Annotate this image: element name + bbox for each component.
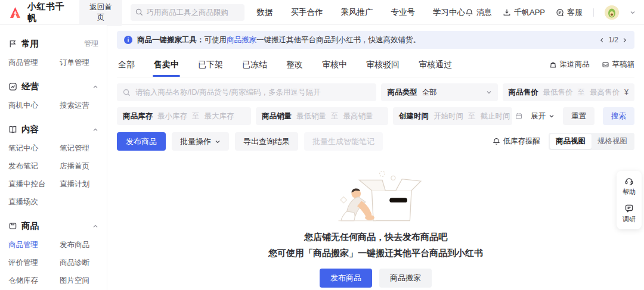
drafts-button[interactable]: 草稿箱 — [602, 60, 635, 70]
low-stock-alert-button[interactable]: 低库存提醒 — [493, 136, 541, 146]
tab-frozen[interactable]: 已冻结 — [241, 57, 268, 77]
nav-data[interactable]: 数据 — [256, 7, 273, 18]
sidebar-item[interactable]: 搜索运营 — [60, 101, 98, 111]
sidebar-section-products: 商品 商品管理 发布商品 评价管理 商品诊断 仓储库存 图片空间 商品工具 — [0, 220, 107, 290]
price-label: 商品售价 — [509, 88, 538, 98]
sales-range-filter[interactable]: 商品销量 最低销量 至 最高销量 — [256, 107, 388, 125]
batch-operations-label: 批量操作 — [180, 136, 211, 147]
sidebar-item[interactable]: 发布商品 — [60, 240, 98, 250]
sidebar-item[interactable]: 笔记中心 — [8, 144, 51, 154]
download-icon — [503, 8, 511, 17]
price-range-filter[interactable]: 商品售价 最低售价 至 最高售价 ¥ — [503, 83, 634, 101]
empty-publish-button[interactable]: 发布商品 — [320, 269, 372, 288]
product-type-select[interactable]: 商品类型 全部 — [381, 83, 497, 101]
banner-next-icon[interactable] — [622, 38, 627, 43]
sidebar-item[interactable]: 直播中控台 — [8, 179, 51, 189]
price-min-placeholder[interactable]: 最低售价 — [543, 88, 573, 98]
sidebar-item[interactable]: 图片空间 — [60, 276, 98, 286]
batch-operations-button[interactable]: 批量操作 — [172, 132, 229, 151]
banner-title: 商品一键搬家工具： — [137, 36, 205, 44]
manage-link[interactable]: 管理 — [84, 39, 98, 49]
created-time-filter[interactable]: 创建时间 开始时间 至 截止时间 — [393, 107, 512, 125]
help-button[interactable]: 帮助 — [623, 176, 636, 197]
expand-filters-button[interactable]: 展开 — [531, 111, 555, 121]
search-button[interactable]: 搜索 — [603, 107, 634, 125]
nav-professional-account[interactable]: 专业号 — [391, 7, 415, 18]
keyword-filter[interactable] — [117, 83, 376, 101]
section-title-business: 经营 — [21, 81, 39, 92]
sidebar-item[interactable]: 商品诊断 — [60, 258, 98, 268]
nav-promotion[interactable]: 乘风推广 — [340, 7, 373, 18]
collapse-chevron-icon[interactable] — [92, 127, 98, 133]
empty-box-illustration — [324, 166, 428, 227]
app-download-button[interactable]: 千帆APP — [503, 7, 545, 18]
survey-button[interactable]: 调研 — [623, 204, 636, 224]
range-separator: 至 — [578, 88, 586, 98]
stock-min-placeholder[interactable]: 最小库存 — [157, 111, 187, 121]
end-time-placeholder[interactable]: 截止时间 — [481, 111, 510, 121]
sidebar: 常用 管理 商品管理 订单管理 经营 — [0, 25, 107, 290]
price-max-placeholder[interactable]: 最高售价 — [590, 88, 620, 98]
sidebar-item[interactable]: 发布笔记 — [8, 161, 51, 171]
tab-rectify[interactable]: 整改 — [285, 57, 304, 77]
stock-range-filter[interactable]: 商品库存 最小库存 至 最大库存 — [117, 107, 251, 125]
chevron-down-icon[interactable] — [630, 10, 636, 15]
migrate-tool-link[interactable]: 商品搬家 — [227, 36, 256, 44]
sidebar-item[interactable]: 直播场次 — [8, 197, 51, 207]
sidebar-item[interactable]: 商品管理 — [8, 58, 51, 68]
export-results-button[interactable]: 导出查询结果 — [235, 132, 298, 151]
sidebar-item-product-management[interactable]: 商品管理 — [8, 240, 51, 250]
empty-state-line2: 您可使用「商品搬家」一键搬迁其他平台商品到小红书 — [268, 248, 483, 259]
user-avatar[interactable] — [605, 5, 619, 20]
tab-all[interactable]: 全部 — [117, 57, 136, 77]
sidebar-section-business: 经营 商机中心 搜索运营 — [0, 81, 107, 113]
start-time-placeholder[interactable]: 开始时间 — [434, 111, 463, 121]
global-search[interactable] — [131, 4, 245, 21]
global-search-input[interactable] — [147, 8, 240, 17]
sidebar-item[interactable]: 评价管理 — [8, 258, 51, 268]
bag-icon — [549, 61, 557, 68]
filter-row-1: 商品类型 全部 商品售价 最低售价 至 最高售价 ¥ — [117, 83, 634, 101]
section-title-frequent: 常用 — [21, 38, 39, 49]
chevron-down-icon — [549, 113, 555, 119]
stock-max-placeholder[interactable]: 最大库存 — [205, 111, 234, 121]
keyword-input[interactable] — [135, 88, 370, 96]
tab-on-sale[interactable]: 售卖中 — [153, 57, 180, 77]
smart-notes-button: 批量生成智能笔记 — [304, 132, 383, 151]
messages-button[interactable]: 消息 — [465, 7, 492, 18]
collapse-chevron-icon[interactable] — [92, 84, 98, 90]
spec-view-toggle[interactable]: 规格视图 — [592, 134, 633, 149]
sales-min-placeholder[interactable]: 最低销量 — [296, 111, 326, 121]
sidebar-item[interactable]: 店播首页 — [60, 161, 98, 171]
divider — [593, 8, 594, 17]
tab-under-review[interactable]: 审核中 — [321, 57, 348, 77]
tab-approved[interactable]: 审核通过 — [417, 57, 453, 77]
sidebar-item[interactable]: 仓储库存 — [8, 276, 51, 286]
nav-learning-center[interactable]: 学习中心 — [433, 7, 465, 18]
tab-off-shelf[interactable]: 已下架 — [197, 57, 224, 77]
low-stock-alert-label: 低库存提醒 — [503, 136, 541, 146]
range-separator: 至 — [192, 111, 200, 121]
customer-service-button[interactable]: 客服 — [556, 7, 583, 18]
sidebar-item[interactable]: 笔记管理 — [60, 144, 98, 154]
tab-rejected[interactable]: 审核驳回 — [365, 57, 401, 77]
collapse-chevron-icon[interactable] — [92, 223, 98, 229]
nav-buyer-cooperation[interactable]: 买手合作 — [290, 7, 323, 18]
publish-product-button[interactable]: 发布商品 — [117, 132, 166, 151]
range-separator: 至 — [468, 111, 476, 121]
product-view-toggle[interactable]: 商品视图 — [550, 134, 592, 149]
currency-symbol: ¥ — [624, 88, 628, 96]
sales-max-placeholder[interactable]: 最高销量 — [343, 111, 373, 121]
empty-migrate-button[interactable]: 商品搬家 — [379, 269, 432, 288]
floating-side-widget: 帮助 调研 — [617, 171, 642, 229]
reset-button[interactable]: 重置 — [563, 107, 595, 125]
channel-products-button[interactable]: 渠道商品 — [549, 60, 590, 70]
banner-prev-icon[interactable] — [599, 38, 605, 43]
expand-label: 展开 — [531, 111, 546, 121]
sidebar-item[interactable]: 直播计划 — [60, 179, 98, 189]
status-tabs-row: 全部 售卖中 已下架 已冻结 整改 审核中 审核驳回 审核通过 — [117, 57, 634, 77]
sidebar-item[interactable]: 订单管理 — [60, 58, 98, 68]
back-home-button[interactable]: 返回首页 — [79, 0, 122, 26]
sidebar-item[interactable]: 商机中心 — [8, 101, 51, 111]
trend-icon — [8, 82, 17, 91]
